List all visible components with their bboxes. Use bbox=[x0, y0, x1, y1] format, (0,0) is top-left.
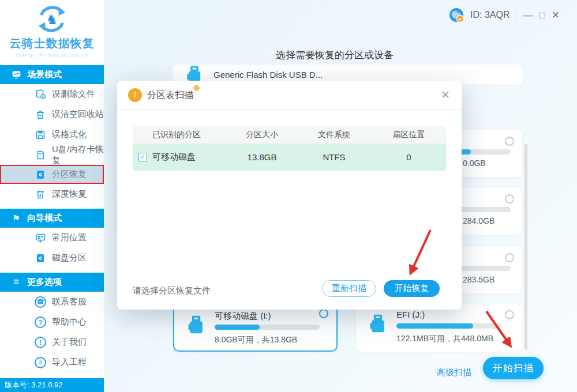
exclamation-icon: ! bbox=[35, 337, 46, 348]
table-header-row: 已识别的分区 分区大小 文件系统 扇区位置 bbox=[133, 126, 446, 144]
advanced-scan-link[interactable]: 高级扫描 bbox=[437, 367, 471, 378]
sidebar-item-import-project[interactable]: ⇩ 导入工程 bbox=[0, 352, 104, 372]
dialog-close-icon[interactable]: ✕ bbox=[441, 88, 450, 101]
capacity-text: 8.0GB可用，共13.8GB bbox=[215, 335, 297, 345]
close-button[interactable]: ✕ bbox=[552, 10, 560, 20]
vertical-scrollbar[interactable] bbox=[524, 144, 527, 350]
menu-icon: ≡ bbox=[10, 277, 22, 288]
radio-unselected-icon[interactable] bbox=[505, 194, 514, 203]
usb-drive-icon bbox=[368, 313, 388, 334]
column-header: 扇区位置 bbox=[372, 130, 446, 140]
sidebar-item-label: 误删除文件 bbox=[52, 89, 95, 100]
sidebar-item-help-center[interactable]: ? 帮助中心 bbox=[0, 312, 104, 332]
sidebar-item-label: 关于我们 bbox=[52, 337, 87, 348]
question-icon: ? bbox=[35, 316, 46, 328]
efi-partition-card[interactable]: EFI (J:) 122.1MB可用，共448.0MB bbox=[356, 304, 522, 352]
phone-icon: ☎ bbox=[35, 296, 46, 308]
radio-unselected-icon[interactable] bbox=[505, 137, 514, 146]
maximize-button[interactable]: □ bbox=[539, 10, 545, 20]
import-icon: ⇩ bbox=[35, 357, 46, 368]
card-title: 可移动磁盘 (I:) bbox=[215, 311, 271, 322]
sidebar-item-usb-sd-recovery[interactable]: U盘/内存卡恢复 bbox=[0, 145, 104, 165]
capacity-text: 0.0GB bbox=[463, 159, 486, 168]
sidebar-item-disk-partitions[interactable]: 磁盘分区 bbox=[0, 248, 104, 268]
sidebar-item-label: U盘/内存卡恢复 bbox=[52, 144, 104, 166]
svg-text:♞: ♞ bbox=[46, 12, 58, 27]
sidebar-item-common-locations[interactable]: 常用位置 bbox=[0, 228, 104, 248]
minimize-button[interactable]: — bbox=[523, 10, 533, 20]
recycle-bin-icon bbox=[35, 109, 46, 120]
sidebar-item-deep-recovery[interactable]: 深度恢复 bbox=[0, 184, 104, 204]
radio-unselected-icon[interactable] bbox=[505, 310, 514, 319]
logo-title: 云骑士数据恢复 bbox=[0, 36, 104, 51]
section-scene-mode[interactable]: 场景模式 bbox=[0, 65, 104, 84]
sidebar-item-contact-support[interactable]: ☎ 联系客服 bbox=[0, 292, 104, 312]
page-title: 选择需要恢复的分区或设备 bbox=[104, 48, 565, 62]
sidebar-item-recycle-bin[interactable]: 误清空回收站 bbox=[0, 104, 104, 125]
disk-partition-icon bbox=[35, 252, 46, 264]
sidebar-item-label: 常用位置 bbox=[52, 232, 87, 243]
partition-recovery-icon bbox=[35, 169, 46, 180]
section-label: 更多选项 bbox=[27, 277, 62, 288]
sector-cell: 0 bbox=[372, 152, 446, 162]
dialog-hint-text: 请选择分区恢复文件 bbox=[133, 285, 211, 296]
filesystem-cell: NTFS bbox=[297, 152, 372, 162]
sidebar-item-label: 联系客服 bbox=[52, 296, 87, 307]
app-window: ID: 3AQR — □ ✕ 选择需要恢复的分区或设备 Generic Flas… bbox=[0, 0, 577, 392]
titlebar: ID: 3AQR — □ ✕ bbox=[449, 7, 560, 22]
column-header: 已识别的分区 bbox=[152, 130, 227, 140]
removable-disk-card[interactable]: 可移动磁盘 (I:) 8.0GB可用，共13.8GB bbox=[173, 304, 338, 352]
floppy-disk-icon bbox=[35, 129, 46, 141]
section-label: 向导模式 bbox=[27, 213, 62, 224]
radio-selected-icon[interactable] bbox=[319, 309, 328, 318]
capacity-text: 122.1MB可用，共448.0MB bbox=[396, 334, 493, 344]
sidebar-item-label: 深度恢复 bbox=[52, 189, 87, 199]
usb-drive-icon bbox=[186, 314, 207, 335]
signpost-flag-icon: ⚑ bbox=[10, 213, 22, 224]
logo-subtitle: YUN QI SHI SHU JU HUI FU bbox=[0, 52, 104, 58]
capacity-text: 284.0GB bbox=[463, 216, 494, 225]
checkbox-checked-icon[interactable]: ✓ bbox=[138, 153, 147, 161]
card-title: EFI (J:) bbox=[396, 310, 425, 319]
rescan-button[interactable]: 重新扫描 bbox=[322, 280, 376, 297]
section-more-options[interactable]: ≡ 更多选项 bbox=[0, 273, 104, 292]
app-logo: ♞ 云骑士数据恢复 YUN QI SHI SHU JU HUI FU bbox=[0, 0, 104, 65]
sidebar-item-label: 误格式化 bbox=[52, 129, 87, 140]
dialog-header: i 分区表扫描 ✕ bbox=[117, 81, 462, 110]
column-header: 分区大小 bbox=[227, 130, 297, 140]
sidebar-item-label: 分区恢复 bbox=[52, 169, 87, 180]
sidebar-item-label: 导入工程 bbox=[52, 357, 87, 368]
table-row[interactable]: ✓ 可移动磁盘 13.8GB NTFS 0 bbox=[133, 144, 446, 171]
sidebar-item-label: 帮助中心 bbox=[52, 316, 87, 327]
dialog-title: 分区表扫描 bbox=[147, 81, 193, 110]
sidebar-item-formatted[interactable]: 误格式化 bbox=[0, 125, 104, 145]
capacity-bar bbox=[215, 325, 320, 330]
sidebar-item-partition-recovery[interactable]: 分区恢复 bbox=[0, 165, 104, 184]
partition-name-cell: 可移动磁盘 bbox=[152, 152, 227, 163]
logo-icon: ♞ bbox=[34, 2, 70, 36]
titlebar-divider bbox=[516, 10, 516, 20]
partition-table: 已识别的分区 分区大小 文件系统 扇区位置 ✓ 可移动磁盘 13.8GB NTF… bbox=[133, 126, 446, 171]
radio-unselected-icon[interactable] bbox=[505, 253, 514, 262]
computer-monitor-icon bbox=[35, 232, 46, 244]
capacity-bar bbox=[396, 323, 501, 329]
start-recover-button[interactable]: 开始恢复 bbox=[384, 280, 440, 297]
capacity-text: 283.5GB bbox=[463, 275, 494, 284]
monitor-wave-icon bbox=[10, 69, 22, 81]
sidebar-item-label: 磁盘分区 bbox=[52, 252, 87, 263]
sparkle-icon bbox=[193, 84, 200, 92]
file-delete-icon bbox=[35, 89, 46, 100]
section-label: 场景模式 bbox=[27, 69, 62, 80]
column-header: 文件系统 bbox=[297, 130, 372, 140]
sidebar: ♞ 云骑士数据恢复 YUN QI SHI SHU JU HUI FU 场景模式 … bbox=[0, 0, 104, 392]
sidebar-item-about-us[interactable]: ! 关于我们 bbox=[0, 332, 104, 352]
deep-recovery-icon bbox=[35, 189, 46, 200]
globe-account-icon bbox=[449, 7, 464, 22]
partition-size-cell: 13.8GB bbox=[227, 152, 297, 162]
sidebar-item-label: 误清空回收站 bbox=[52, 109, 104, 120]
user-id-label: ID: 3AQR bbox=[470, 10, 509, 20]
start-scan-button[interactable]: 开始扫描 bbox=[483, 357, 544, 379]
sidebar-item-deleted-files[interactable]: 误删除文件 bbox=[0, 84, 104, 104]
version-label: 版本号: 3.21.0.92 bbox=[0, 378, 104, 392]
section-wizard-mode[interactable]: ⚑ 向导模式 bbox=[0, 209, 104, 228]
